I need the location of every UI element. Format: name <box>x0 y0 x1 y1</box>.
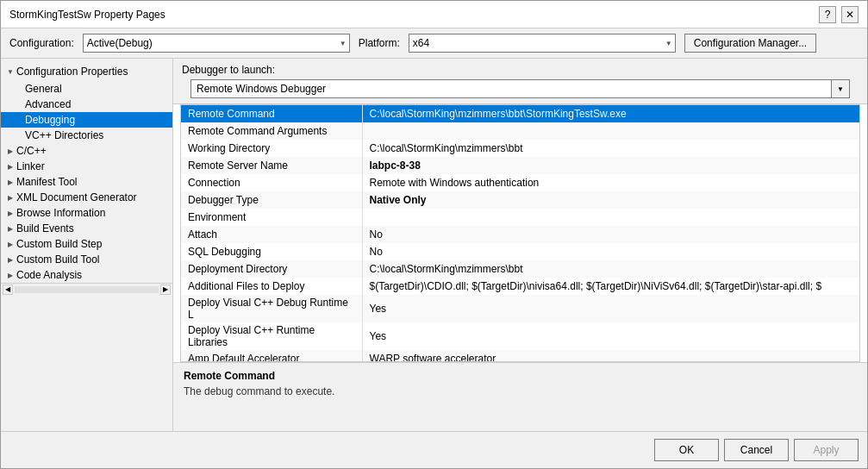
prop-name: SQL Debugging <box>181 243 362 260</box>
bottom-buttons: OK Cancel Apply <box>1 431 867 468</box>
sidebar-label-custom-build-step: Custom Build Step <box>16 238 102 250</box>
prop-name: Remote Command <box>181 105 362 122</box>
sidebar-label-cpp: C/C++ <box>16 145 47 157</box>
properties-table-container: Remote CommandC:\local\StormKing\mzimmer… <box>180 104 860 362</box>
configuration-select-wrapper: Active(Debug) <box>83 34 350 53</box>
table-row[interactable]: Deploy Visual C++ Debug Runtime LYes <box>181 295 859 322</box>
table-row[interactable]: Deploy Visual C++ Runtime LibrariesYes <box>181 322 859 350</box>
cpp-expand-icon: ▶ <box>4 147 16 155</box>
prop-value: C:\local\StormKing\mzimmers\bbt <box>362 140 859 157</box>
prop-value: No <box>362 226 859 243</box>
tree-root-label-row: ▼ Configuration Properties <box>1 64 172 79</box>
debugger-launch-label: Debugger to launch: <box>182 64 859 76</box>
prop-value: Native Only <box>362 191 859 209</box>
browse-expand-icon: ▶ <box>4 209 16 217</box>
prop-name: Additional Files to Deploy <box>181 278 362 295</box>
tree-root-label: Configuration Properties <box>16 66 128 78</box>
table-row[interactable]: Additional Files to Deploy$(TargetDir)\C… <box>181 278 859 295</box>
sidebar-label-xml-document: XML Document Generator <box>16 191 137 203</box>
prop-name: Deploy Visual C++ Debug Runtime L <box>181 295 362 322</box>
prop-name: Amp Default Accelerator <box>181 350 362 362</box>
apply-button[interactable]: Apply <box>794 439 859 461</box>
sidebar-item-advanced[interactable]: Advanced <box>1 97 172 112</box>
tree-root-configuration-properties[interactable]: ▼ Configuration Properties <box>1 62 172 81</box>
sidebar-item-general[interactable]: General <box>1 81 172 97</box>
prop-value: Yes <box>362 295 859 322</box>
prop-name: Connection <box>181 174 362 191</box>
sidebar: ▼ Configuration Properties General Advan… <box>1 59 173 431</box>
manifest-expand-icon: ▶ <box>4 178 16 186</box>
prop-name: Attach <box>181 226 362 243</box>
sidebar-item-code-analysis[interactable]: ▶ Code Analysis <box>1 267 172 283</box>
table-row[interactable]: Amp Default AcceleratorWARP software acc… <box>181 350 859 362</box>
sidebar-item-custom-build-step[interactable]: ▶ Custom Build Step <box>1 236 172 252</box>
configuration-select[interactable]: Active(Debug) <box>83 34 350 53</box>
debugger-dropdown-row: Remote Windows Debugger ▼ <box>190 79 850 98</box>
prop-name: Remote Command Arguments <box>181 122 362 140</box>
config-row: Configuration: Active(Debug) Platform: x… <box>1 28 867 59</box>
sidebar-scroll-right[interactable]: ▶ <box>160 285 171 295</box>
sidebar-item-linker[interactable]: ▶ Linker <box>1 159 172 174</box>
platform-select[interactable]: x64 <box>409 34 676 53</box>
custom-build-tool-expand-icon: ▶ <box>4 256 16 264</box>
prop-value: C:\local\StormKing\mzimmers\bbt\StormKin… <box>362 105 859 122</box>
root-expand-icon: ▼ <box>4 68 16 76</box>
table-row[interactable]: Remote Server Namelabpc-8-38 <box>181 157 859 174</box>
sidebar-item-cpp[interactable]: ▶ C/C++ <box>1 143 172 159</box>
table-row[interactable]: Remote CommandC:\local\StormKing\mzimmer… <box>181 105 859 122</box>
configuration-manager-button[interactable]: Configuration Manager... <box>684 34 816 53</box>
window-title: StormKingTestSw Property Pages <box>9 9 165 21</box>
sidebar-item-build-events[interactable]: ▶ Build Events <box>1 221 172 236</box>
prop-name: Remote Server Name <box>181 157 362 174</box>
sidebar-item-vc-directories[interactable]: VC++ Directories <box>1 128 172 143</box>
debugger-select[interactable]: Remote Windows Debugger <box>190 79 850 98</box>
help-button[interactable]: ? <box>819 6 836 23</box>
sidebar-scroll-left[interactable]: ◀ <box>3 285 13 295</box>
sidebar-label-linker: Linker <box>16 160 45 172</box>
prop-value: $(TargetDir)\CDIO.dll; $(TargetDir)\nivi… <box>362 278 859 295</box>
table-row[interactable]: Deployment DirectoryC:\local\StormKing\m… <box>181 260 859 278</box>
prop-name: Debugger Type <box>181 191 362 209</box>
prop-value: Remote with Windows authentication <box>362 174 859 191</box>
debugger-dropdown-button[interactable]: ▼ <box>831 79 850 98</box>
title-bar: StormKingTestSw Property Pages ? ✕ <box>1 1 867 28</box>
sidebar-item-browse-information[interactable]: ▶ Browse Information <box>1 205 172 221</box>
sidebar-label-custom-build-tool: Custom Build Tool <box>16 253 100 266</box>
platform-label: Platform: <box>359 37 400 49</box>
table-row[interactable]: AttachNo <box>181 226 859 243</box>
table-row[interactable]: Remote Command Arguments <box>181 122 859 140</box>
table-row[interactable]: ConnectionRemote with Windows authentica… <box>181 174 859 191</box>
cancel-button[interactable]: Cancel <box>724 439 789 461</box>
sidebar-item-debugging[interactable]: Debugging <box>1 112 172 128</box>
prop-value: labpc-8-38 <box>362 157 859 174</box>
close-button[interactable]: ✕ <box>841 6 859 23</box>
table-row[interactable]: SQL DebuggingNo <box>181 243 859 260</box>
sidebar-item-manifest-tool[interactable]: ▶ Manifest Tool <box>1 174 172 190</box>
ok-button[interactable]: OK <box>654 439 719 461</box>
code-analysis-expand-icon: ▶ <box>4 272 16 279</box>
main-content: ▼ Configuration Properties General Advan… <box>1 59 867 431</box>
custom-build-step-expand-icon: ▶ <box>4 241 16 248</box>
xml-expand-icon: ▶ <box>4 194 16 202</box>
sidebar-hscroll: ◀ ▶ <box>1 283 172 295</box>
prop-value: No <box>362 243 859 260</box>
table-row[interactable]: Working DirectoryC:\local\StormKing\mzim… <box>181 140 859 157</box>
sidebar-item-xml-document[interactable]: ▶ XML Document Generator <box>1 190 172 205</box>
prop-value: WARP software accelerator <box>362 350 859 362</box>
description-box: Remote Command The debug command to exec… <box>173 362 867 431</box>
sidebar-item-custom-build-tool[interactable]: ▶ Custom Build Tool <box>1 252 172 267</box>
sidebar-label-manifest-tool: Manifest Tool <box>16 176 77 188</box>
title-bar-buttons: ? ✕ <box>819 6 859 23</box>
prop-name: Deployment Directory <box>181 260 362 278</box>
sidebar-label-build-events: Build Events <box>16 222 74 234</box>
description-text: The debug command to execute. <box>184 385 857 397</box>
content-area: Debugger to launch: Remote Windows Debug… <box>173 59 867 431</box>
table-row[interactable]: Debugger TypeNative Only <box>181 191 859 209</box>
prop-value: Yes <box>362 322 859 350</box>
sidebar-label-code-analysis: Code Analysis <box>16 269 82 281</box>
table-row[interactable]: Environment <box>181 209 859 226</box>
prop-name: Deploy Visual C++ Runtime Libraries <box>181 322 362 350</box>
configuration-label: Configuration: <box>9 37 74 49</box>
description-title: Remote Command <box>184 370 857 382</box>
prop-name: Environment <box>181 209 362 226</box>
